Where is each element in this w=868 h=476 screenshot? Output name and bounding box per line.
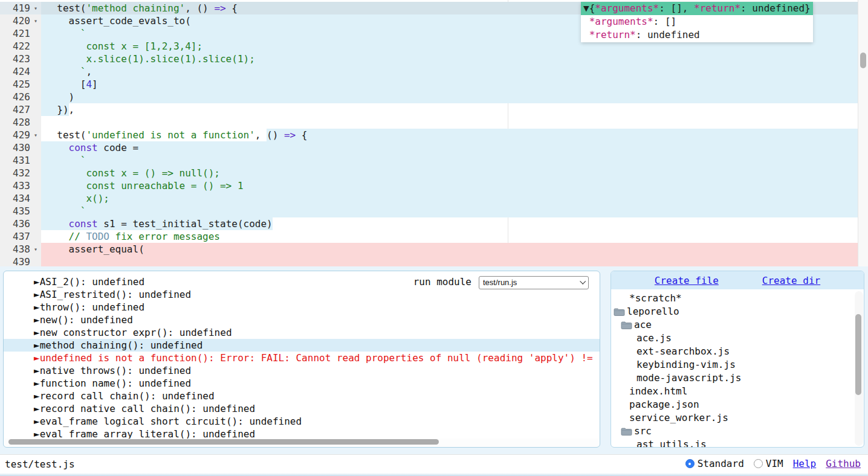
line-number: 432: [0, 167, 30, 179]
code-token: : undefined}: [740, 2, 811, 14]
radio-icon[interactable]: [754, 459, 763, 468]
code-token: const unreachable = () => 1: [45, 180, 244, 191]
result-item-error[interactable]: ►undefined is not a function(): Error: F…: [4, 352, 600, 364]
code-token: 'method chaining': [86, 2, 185, 14]
file-tree-file[interactable]: ext-searchbox.js: [611, 345, 864, 358]
result-item-test[interactable]: ►eval_frame logical short circuit(): und…: [4, 415, 600, 428]
code-line[interactable]: 434 x();: [0, 192, 858, 205]
fold-arrow-icon[interactable]: ▾: [30, 129, 41, 141]
result-item-test[interactable]: ►record call chain(): undefined: [4, 390, 600, 402]
tooltip-row[interactable]: *arguments*: []: [583, 15, 811, 28]
line-number: 436: [0, 217, 30, 230]
code-line[interactable]: 436 const s1 = test_initial_state(code): [0, 217, 858, 230]
code-line[interactable]: 423 x.slice(1).slice(1).slice(1);: [0, 53, 858, 65]
code-line[interactable]: 425 [4]: [0, 78, 858, 91]
code-line[interactable]: 430 const code =: [0, 141, 858, 154]
code-line[interactable]: 438▾ assert_equal(: [0, 243, 858, 256]
results-hscrollbar-thumb[interactable]: [8, 439, 439, 445]
create-file-link[interactable]: Create file: [655, 275, 719, 286]
gutter-cell: 424: [0, 65, 41, 78]
result-item-test[interactable]: ►new(): undefined: [4, 314, 600, 326]
gutter-cell: 435: [0, 205, 41, 217]
code-line[interactable]: 437 // TODO fix error messages: [0, 230, 858, 243]
file-tree-dir[interactable]: ace: [611, 318, 864, 332]
code-line[interactable]: 439: [0, 256, 858, 266]
fold-spacer: [30, 217, 41, 230]
module-select[interactable]: test/run.js: [479, 276, 589, 289]
code-line[interactable]: 433 const unreachable = () => 1: [0, 179, 858, 192]
code-token: test(: [45, 2, 86, 14]
gutter-cell: 427: [0, 103, 41, 116]
code-token: : undefined: [636, 29, 700, 40]
test-results-panel: ►ASI_2(): undefined►ASI_restrited(): und…: [3, 271, 600, 448]
code-cell: [4]: [41, 78, 858, 91]
fold-arrow-icon[interactable]: ▾: [30, 14, 41, 27]
code-token: *arguments*: [589, 16, 653, 27]
file-tree-file[interactable]: *scratch*: [611, 292, 864, 305]
result-item-test[interactable]: ►function name(): undefined: [4, 377, 600, 390]
result-item-test[interactable]: ►throw(): undefined: [4, 301, 600, 314]
code-text: `: [41, 154, 858, 167]
code-line[interactable]: 432 const x = () => null();: [0, 167, 858, 179]
fold-arrow-icon[interactable]: ▾: [30, 2, 41, 14]
files-vscrollbar-track[interactable]: [855, 291, 863, 446]
editor-vertical-scrollbar[interactable]: [858, 0, 868, 266]
status-bar-right: StandardVIMHelpGithub: [685, 458, 861, 469]
fold-spacer: [30, 40, 41, 53]
keybinding-option-standard[interactable]: Standard: [685, 458, 744, 469]
code-cell: assert_equal(: [41, 243, 858, 256]
code-token: x();: [45, 193, 109, 204]
keybinding-option-vim[interactable]: VIM: [754, 458, 783, 469]
result-item-test[interactable]: ►native throws(): undefined: [4, 364, 600, 377]
result-item-test[interactable]: ►record native call chain(): undefined: [4, 402, 600, 415]
help-link[interactable]: Help: [793, 458, 817, 469]
file-tree-file[interactable]: mode-javascript.js: [611, 371, 864, 385]
file-tree-file[interactable]: service_worker.js: [611, 411, 864, 425]
file-tree-file[interactable]: ast_utils.js: [611, 438, 864, 447]
file-name: service_worker.js: [629, 411, 728, 425]
code-text: ): [41, 91, 858, 103]
fold-spacer: [30, 205, 41, 217]
code-cell: `,: [41, 65, 858, 78]
code-editor[interactable]: 419▾ test('method chaining', () => {420▾…: [0, 0, 858, 266]
files-vscrollbar-thumb[interactable]: [855, 314, 861, 395]
fold-spacer: [30, 53, 41, 65]
value-tooltip[interactable]: ▼{*arguments*: [], *return*: undefined} …: [581, 2, 813, 42]
line-number: 433: [0, 179, 30, 192]
file-tree-file[interactable]: ace.js: [611, 332, 864, 345]
gutter-cell: 421: [0, 27, 41, 40]
result-item-test[interactable]: ►method chaining(): undefined: [4, 339, 600, 352]
code-line[interactable]: 427 }),: [0, 103, 858, 116]
file-tree-file[interactable]: package.json: [611, 398, 864, 411]
code-token: `: [80, 155, 86, 166]
tooltip-row[interactable]: *return*: undefined: [583, 28, 811, 42]
file-tree-file[interactable]: keybinding-vim.js: [611, 358, 864, 371]
result-item-test[interactable]: ►ASI_restrited(): undefined: [4, 288, 600, 301]
code-line[interactable]: 426 ): [0, 91, 858, 103]
code-token: fix error messages: [109, 231, 220, 242]
code-token: [583, 29, 589, 40]
file-tree-file[interactable]: index.html: [611, 385, 864, 398]
code-line[interactable]: 428: [0, 116, 858, 129]
code-line[interactable]: 424 `,: [0, 65, 858, 78]
code-token: }),: [45, 104, 74, 115]
code-line[interactable]: 429▾ test('undefined is not a function',…: [0, 129, 858, 141]
tooltip-body: *arguments*: [] *return*: undefined: [581, 15, 813, 42]
file-tree-dir[interactable]: leporello: [611, 305, 864, 318]
radio-icon[interactable]: [685, 459, 695, 468]
tooltip-header[interactable]: ▼{*arguments*: [], *return*: undefined}: [581, 2, 813, 15]
code-token: assert_equal(: [45, 243, 144, 255]
create-dir-link[interactable]: Create dir: [762, 275, 820, 286]
result-item-test[interactable]: ►new constructor expr(): undefined: [4, 326, 600, 339]
code-token: ▼{: [583, 2, 595, 14]
github-link[interactable]: Github: [826, 458, 861, 469]
code-line[interactable]: 431 `: [0, 154, 858, 167]
file-tree-dir[interactable]: src: [611, 425, 864, 438]
editor-scrollbar-thumb[interactable]: [860, 53, 866, 68]
code-line[interactable]: 435 `: [0, 205, 858, 217]
fold-spacer: [30, 65, 41, 78]
results-hscrollbar-track[interactable]: [5, 439, 598, 446]
code-token: [45, 231, 69, 242]
line-number: 426: [0, 91, 30, 103]
fold-arrow-icon[interactable]: ▾: [30, 243, 41, 256]
